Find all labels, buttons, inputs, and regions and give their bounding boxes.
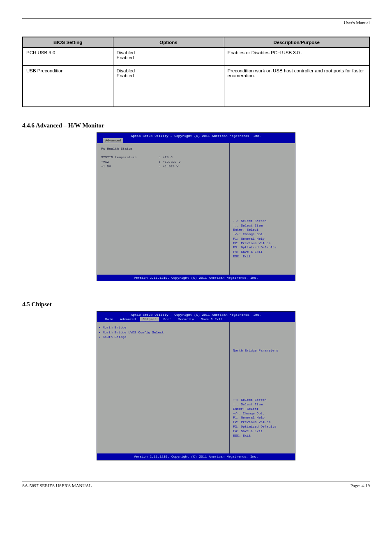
- col-header-options: Options: [113, 37, 224, 48]
- tab-advanced: Advanced: [118, 317, 138, 321]
- caret-icon: ▸: [99, 335, 103, 339]
- section-title-hwmonitor: 4.4.6 Advanced – H/W Monitor: [22, 122, 370, 129]
- kv-val: +12.320 V: [163, 160, 180, 164]
- header-rule: [22, 18, 371, 18]
- tab-save-exit: Save & Exit: [198, 317, 225, 321]
- bios-bottom: Version 2.11.1210. Copyright (C) 2011 Am…: [97, 275, 295, 281]
- col-header-setting: BIOS Setting: [23, 37, 113, 48]
- bios-bottom: Version 2.11.1210. Copyright (C) 2011 Am…: [97, 453, 295, 460]
- menu-north-bridge: ▸North Bridge: [99, 325, 225, 330]
- bios-left-panel: Pc Health Status SYSTIN temperature : +2…: [97, 143, 229, 275]
- menu-north-bridge-lvds: ▸North Bridge LVDS Config Select: [99, 330, 225, 335]
- bios-kv-row: +V1Z : +12.320 V: [101, 160, 225, 164]
- caret-icon: ▸: [99, 330, 103, 335]
- cell-setting: PCH USB 3.0: [23, 48, 113, 66]
- cell-options: Disabled Enabled: [113, 66, 224, 107]
- bios-right-panel: ←→: Select Screen ↑↓: Select Item Enter:…: [229, 143, 295, 275]
- kv-key: +V1Z: [101, 160, 159, 164]
- bios-screenshot-chipset: Aptio Setup Utility – Copyright (C) 2011…: [97, 311, 295, 460]
- table-row: PCH USB 3.0 Disabled Enabled Enables or …: [23, 48, 369, 66]
- bios-help: ←→: Select Screen ↑↓: Select Item Enter:…: [233, 398, 292, 438]
- bios-settings-table: BIOS Setting Options Description/Purpose…: [22, 37, 370, 107]
- tab-advanced: Advanced: [103, 138, 123, 143]
- caret-icon: ▸: [99, 325, 103, 330]
- bios-tabs: Advanced: [97, 138, 295, 143]
- kv-val: +1.528 V: [163, 164, 178, 169]
- tab-security: Security: [176, 317, 196, 321]
- kv-key: SYSTIN temperature: [101, 155, 159, 160]
- footer-left: SA-5897 SERIES USER'S MANUAL: [22, 483, 92, 488]
- cell-desc: Precondition work on USB host controller…: [224, 66, 369, 107]
- bios-right-desc: North Bridge Parameters: [233, 348, 292, 398]
- cell-desc: Enables or Disables PCH USB 3.0 .: [224, 48, 369, 66]
- cell-options: Disabled Enabled: [113, 48, 224, 66]
- footer-right: Page: 4-19: [350, 483, 370, 488]
- tab-chipset: Chipset: [140, 317, 159, 321]
- cell-setting: USB Precondition: [23, 66, 113, 107]
- menu-south-bridge: ▸South Bridge: [99, 335, 225, 339]
- kv-key: +1.5V: [101, 164, 159, 169]
- table-row: USB Precondition Disabled Enabled Precon…: [23, 66, 369, 107]
- bios-left-panel: ▸North Bridge ▸North Bridge LVDS Config …: [97, 322, 229, 453]
- footer-rule: [22, 481, 370, 481]
- section-title-chipset: 4.5 Chipset: [22, 301, 370, 308]
- bios-title: Aptio Setup Utility – Copyright (C) 2011…: [97, 133, 295, 138]
- bios-help: ←→: Select Screen ↑↓: Select Item Enter:…: [233, 219, 292, 259]
- header-right: User's Manual: [0, 20, 370, 25]
- bios-title: Aptio Setup Utility – Copyright (C) 2011…: [97, 312, 295, 317]
- kv-val: +28 C: [163, 155, 173, 160]
- tab-boot: Boot: [161, 317, 174, 321]
- bios-heading: Pc Health Status: [101, 146, 225, 151]
- bios-screenshot-hwmonitor: Aptio Setup Utility – Copyright (C) 2011…: [97, 132, 295, 282]
- tab-main: Main: [103, 317, 115, 321]
- col-header-desc: Description/Purpose: [224, 37, 369, 48]
- bios-right-panel: North Bridge Parameters ←→: Select Scree…: [229, 322, 295, 453]
- table-header-row: BIOS Setting Options Description/Purpose: [23, 37, 369, 48]
- bios-kv-row: +1.5V : +1.528 V: [101, 164, 225, 169]
- bios-tabs: Main Advanced Chipset Boot Security Save…: [97, 317, 295, 322]
- bios-kv-row: SYSTIN temperature : +28 C: [101, 155, 225, 160]
